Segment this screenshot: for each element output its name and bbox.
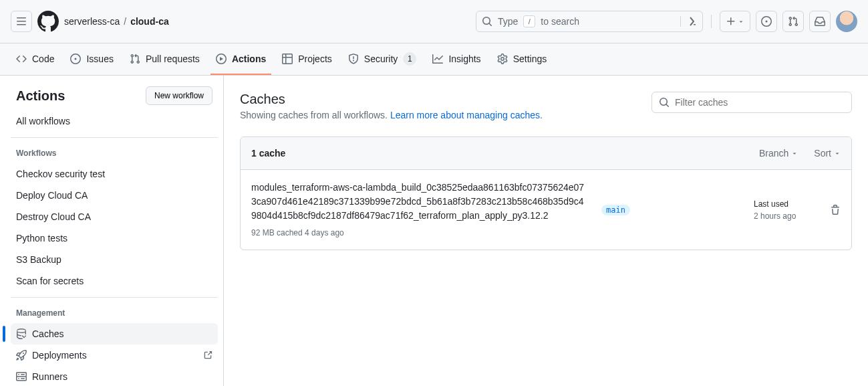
cache-meta: 92 MB cached 4 days ago [251, 227, 585, 239]
github-logo[interactable] [37, 11, 59, 32]
page-title: Caches [240, 92, 543, 107]
user-avatar[interactable] [836, 11, 857, 32]
tab-insights[interactable]: Insights [427, 44, 486, 75]
table-icon [282, 54, 293, 64]
cache-key: modules_terraform-aws-ca-lambda_build_0c… [251, 181, 585, 223]
sidebar-item-label: Destroy Cloud CA [16, 211, 91, 222]
sidebar-item-label: Deploy Cloud CA [16, 190, 88, 201]
issues-shortcut[interactable] [756, 11, 777, 32]
search-placeholder-post: to search [541, 16, 675, 27]
sidebar-workflow-item[interactable]: Destroy Cloud CA [11, 206, 218, 227]
main-layout: Actions New workflow All workflows Workf… [0, 76, 868, 386]
caches-count: 1 cache [251, 148, 285, 159]
page-subhead-text: Showing caches from all workflows. [240, 110, 390, 120]
security-count-badge: 1 [403, 52, 416, 66]
branch-filter-label: Branch [759, 148, 788, 159]
rocket-icon [16, 350, 27, 361]
sidebar-runners[interactable]: Runners [11, 366, 218, 386]
create-new-menu[interactable] [720, 11, 750, 32]
inbox-icon [815, 16, 825, 27]
tab-security[interactable]: Security 1 [343, 44, 422, 75]
breadcrumb: serverless-ca / cloud-ca [64, 16, 169, 27]
shield-icon [348, 54, 359, 64]
command-palette-icon[interactable] [680, 16, 697, 27]
sidebar-caches[interactable]: Caches [11, 323, 218, 345]
last-used-time: 2 hours ago [754, 210, 814, 222]
caches-list: 1 cache Branch Sort modules_terraform-aw… [240, 136, 852, 250]
branch-label[interactable]: main [601, 205, 630, 215]
global-search[interactable]: Type / to search [476, 11, 703, 32]
play-icon [216, 54, 227, 64]
caches-list-header: 1 cache Branch Sort [241, 137, 851, 170]
global-nav-toggle[interactable] [11, 11, 32, 32]
breadcrumb-repo[interactable]: cloud-ca [130, 16, 169, 27]
tab-settings[interactable]: Settings [492, 44, 553, 75]
breadcrumb-separator: / [124, 16, 126, 27]
sidebar-item-label: All workflows [16, 116, 70, 126]
tab-pr-label: Pull requests [146, 54, 200, 64]
sort-dropdown[interactable]: Sort [814, 148, 841, 159]
tab-pull-requests[interactable]: Pull requests [124, 44, 205, 75]
sidebar-item-label: Python tests [16, 233, 67, 244]
search-icon [482, 16, 492, 27]
delete-cache-button[interactable] [830, 205, 841, 215]
tab-projects-label: Projects [298, 54, 332, 64]
pull-requests-shortcut[interactable] [782, 11, 804, 32]
sidebar-workflow-item[interactable]: S3 Backup [11, 249, 218, 270]
cache-row: modules_terraform-aws-ca-lambda_build_0c… [241, 170, 851, 250]
tab-settings-label: Settings [513, 54, 547, 64]
sidebar-workflow-item[interactable]: Deploy Cloud CA [11, 185, 218, 206]
caches-content: Caches Showing caches from all workflows… [224, 76, 868, 386]
sidebar-item-label: Deployments [32, 350, 87, 361]
filter-caches-field[interactable] [675, 97, 845, 108]
graph-icon [432, 54, 443, 64]
new-workflow-button[interactable]: New workflow [146, 86, 212, 105]
cache-last-used: Last used 2 hours ago [754, 198, 814, 222]
triangle-down-icon [834, 150, 841, 157]
sidebar-workflows-heading: Workflows [11, 143, 218, 163]
tab-insights-label: Insights [448, 54, 480, 64]
page-subhead: Showing caches from all workflows. Learn… [240, 110, 543, 120]
triangle-down-icon [738, 18, 744, 25]
sidebar-deployments[interactable]: Deployments [11, 345, 218, 366]
app-header: serverless-ca / cloud-ca Type / to searc… [0, 0, 868, 43]
sidebar-item-label: S3 Backup [16, 254, 61, 265]
git-pull-request-icon [130, 54, 140, 64]
sidebar-workflow-item[interactable]: Python tests [11, 227, 218, 249]
search-icon [659, 97, 670, 108]
search-placeholder-pre: Type [498, 16, 518, 27]
triangle-down-icon [791, 150, 798, 157]
last-used-label: Last used [754, 198, 814, 210]
plus-icon [726, 16, 736, 27]
tab-actions[interactable]: Actions [210, 44, 271, 75]
issue-opened-icon [70, 54, 81, 64]
repo-nav: Code Issues Pull requests Actions Projec… [0, 43, 868, 76]
sidebar-item-label: Caches [32, 328, 63, 339]
git-pull-request-icon [788, 16, 799, 27]
server-icon [16, 371, 27, 382]
gear-icon [497, 54, 508, 64]
breadcrumb-owner[interactable]: serverless-ca [64, 16, 120, 27]
trash-icon [830, 205, 841, 215]
issue-opened-icon [761, 16, 772, 27]
learn-more-link[interactable]: Learn more about managing caches. [390, 110, 543, 120]
tab-projects[interactable]: Projects [277, 44, 337, 75]
tab-code-label: Code [32, 54, 54, 64]
filter-caches-input[interactable] [652, 92, 852, 113]
tab-actions-label: Actions [232, 54, 266, 64]
actions-sidebar: Actions New workflow All workflows Workf… [0, 76, 224, 386]
tab-security-label: Security [364, 54, 398, 64]
sidebar-workflow-item[interactable]: Checkov security test [11, 163, 218, 185]
sidebar-item-label: Checkov security test [16, 169, 105, 179]
notifications-button[interactable] [809, 11, 831, 32]
sidebar-management-heading: Management [11, 303, 218, 323]
sidebar-workflow-item[interactable]: Scan for secrets [11, 270, 218, 292]
sidebar-item-label: Runners [32, 371, 67, 382]
sidebar-item-label: Scan for secrets [16, 276, 84, 286]
cache-icon [16, 328, 27, 339]
header-divider [711, 15, 712, 28]
tab-code[interactable]: Code [11, 44, 59, 75]
sidebar-all-workflows[interactable]: All workflows [11, 110, 218, 132]
tab-issues[interactable]: Issues [65, 44, 118, 75]
branch-filter-dropdown[interactable]: Branch [759, 148, 798, 159]
